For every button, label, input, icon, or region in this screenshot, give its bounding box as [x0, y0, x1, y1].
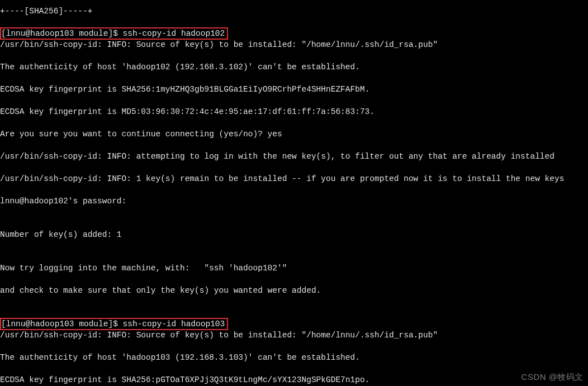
command-highlight-2: [lnnu@hadoop103 module]$ ssh-copy-id had…: [0, 318, 228, 330]
output-line: ECDSA key fingerprint is SHA256:pGTOaT6X…: [0, 374, 588, 385]
output-line: /usr/bin/ssh-copy-id: INFO: 1 key(s) rem…: [0, 173, 588, 184]
output-line: /usr/bin/ssh-copy-id: INFO: attempting t…: [0, 151, 588, 162]
command-highlight-1: [lnnu@hadoop103 module]$ ssh-copy-id had…: [0, 27, 228, 40]
output-line: Number of key(s) added: 1: [0, 229, 588, 240]
output-line: /usr/bin/ssh-copy-id: INFO: Source of ke…: [0, 330, 588, 341]
output-line: and check to make sure that only the key…: [0, 285, 588, 296]
output-line: Now try logging into the machine, with: …: [0, 263, 588, 274]
prompt-command-2: [lnnu@hadoop103 module]$ ssh-copy-id had…: [1, 320, 225, 328]
prompt-command-1: [lnnu@hadoop103 module]$ ssh-copy-id had…: [1, 29, 225, 38]
output-line: ECDSA key fingerprint is SHA256:1myHZHQ3…: [0, 84, 588, 95]
truncated-header: +----[SHA256]-----+: [0, 6, 588, 17]
output-line: Are you sure you want to continue connec…: [0, 128, 588, 140]
watermark: CSDN @牧码文: [521, 371, 584, 383]
output-line: lnnu@hadoop102's password:: [0, 196, 588, 207]
output-line: The authenticity of host 'hadoop103 (192…: [0, 352, 588, 363]
output-line: /usr/bin/ssh-copy-id: INFO: Source of ke…: [0, 39, 588, 50]
output-line: ECDSA key fingerprint is MD5:03:96:30:72…: [0, 106, 588, 117]
terminal-output: +----[SHA256]-----+ [lnnu@hadoop103 modu…: [0, 0, 588, 386]
output-line: The authenticity of host 'hadoop102 (192…: [0, 61, 588, 73]
